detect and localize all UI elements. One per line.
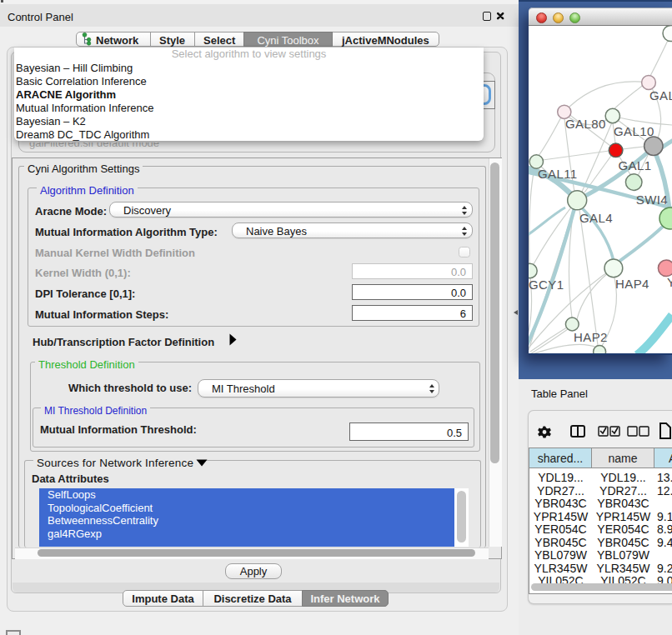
svg-text:GAL1: GAL1 <box>619 158 652 172</box>
svg-text:SWI4: SWI4 <box>636 192 668 207</box>
svg-text:GAL10: GAL10 <box>614 124 654 138</box>
svg-text:GAL7: GAL7 <box>649 88 672 102</box>
svg-text:GAL4: GAL4 <box>579 211 613 225</box>
svg-text:GCY1: GCY1 <box>529 278 564 292</box>
svg-text:Y: Y <box>667 275 672 289</box>
svg-text:HAP4: HAP4 <box>615 277 649 291</box>
svg-text:GAL11: GAL11 <box>538 167 578 181</box>
svg-text:HAP2: HAP2 <box>574 330 608 344</box>
svg-text:GAL80: GAL80 <box>565 117 606 131</box>
